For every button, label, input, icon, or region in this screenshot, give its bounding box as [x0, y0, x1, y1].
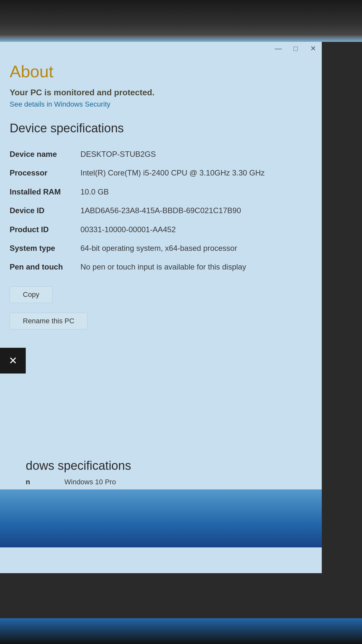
spec-label: Installed RAM — [10, 183, 80, 201]
spec-row: ProcessorIntel(R) Core(TM) i5-2400 CPU @… — [10, 164, 312, 182]
copy-button[interactable]: Copy — [10, 286, 52, 303]
spec-row: Product ID00331-10000-00001-AA452 — [10, 220, 312, 239]
spec-label: System type — [10, 239, 80, 258]
bezel-bottom — [0, 618, 362, 644]
close-button[interactable]: ✕ — [308, 44, 318, 53]
settings-window: — □ ✕ About Your PC is monitored and pro… — [0, 42, 322, 573]
blue-bar — [0, 489, 322, 547]
spec-value: No pen or touch input is available for t… — [80, 258, 312, 276]
close-x-icon: ✕ — [9, 355, 17, 367]
spec-value: 64-bit operating system, x64-based proce… — [80, 239, 312, 258]
spec-label: Product ID — [10, 220, 80, 239]
spec-table: Device nameDESKTOP-STUB2GSProcessorIntel… — [10, 145, 312, 277]
spec-row: Pen and touchNo pen or touch input is av… — [10, 258, 312, 276]
spec-label: Device ID — [10, 201, 80, 220]
spec-value: DESKTOP-STUB2GS — [80, 145, 312, 164]
windows-edition-label: n — [26, 478, 58, 486]
spec-row: System type64-bit operating system, x64-… — [10, 239, 312, 258]
page-title: About — [10, 62, 312, 81]
spec-row: Installed RAM10.0 GB — [10, 183, 312, 201]
windows-spec-section: dows specifications n Windows 10 Pro — [26, 459, 322, 486]
spec-value: Intel(R) Core(TM) i5-2400 CPU @ 3.10GHz … — [80, 164, 312, 182]
windows-spec-row: n Windows 10 Pro — [26, 478, 322, 486]
security-status-text: Your PC is monitored and protected. — [10, 88, 312, 98]
spec-row: Device nameDESKTOP-STUB2GS — [10, 145, 312, 164]
spec-label: Device name — [10, 145, 80, 164]
overlay-close-button[interactable]: ✕ — [0, 348, 26, 374]
device-section-title: Device specifications — [10, 121, 312, 135]
spec-value: 10.0 GB — [80, 183, 312, 201]
bezel-top — [0, 0, 362, 42]
title-bar: — □ ✕ — [0, 42, 322, 55]
spec-label: Pen and touch — [10, 258, 80, 276]
maximize-button[interactable]: □ — [291, 44, 301, 53]
windows-edition-value: Windows 10 Pro — [58, 478, 116, 486]
spec-value: 1ABD6A56-23A8-415A-BBDB-69C021C17B90 — [80, 201, 312, 220]
rename-pc-button[interactable]: Rename this PC — [10, 313, 88, 329]
minimize-button[interactable]: — — [274, 44, 283, 53]
content-area: About Your PC is monitored and protected… — [0, 55, 322, 346]
spec-row: Device ID1ABD6A56-23A8-415A-BBDB-69C021C… — [10, 201, 312, 220]
security-link[interactable]: See details in Windows Security — [10, 100, 312, 109]
spec-value: 00331-10000-00001-AA452 — [80, 220, 312, 239]
spec-label: Processor — [10, 164, 80, 182]
windows-section-title: dows specifications — [26, 459, 322, 473]
